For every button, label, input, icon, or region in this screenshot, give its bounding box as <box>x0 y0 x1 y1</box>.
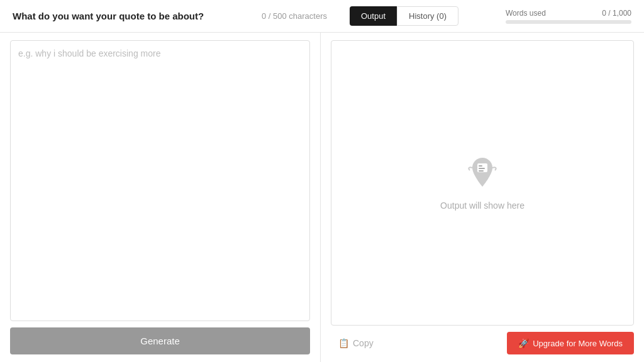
output-placeholder-icon <box>464 155 501 193</box>
generate-button[interactable]: Generate <box>10 327 310 354</box>
output-area: Output will show here <box>331 40 634 326</box>
words-label-row: Words used 0 / 1,000 <box>506 9 631 18</box>
left-header-section: What do you want your quote to be about?… <box>13 11 327 21</box>
main-content: Generate Output will show here 📋 Copy <box>0 33 644 362</box>
top-bar: What do you want your quote to be about?… <box>0 0 644 33</box>
svg-rect-1 <box>479 165 482 167</box>
copy-button[interactable]: 📋 Copy <box>331 333 381 353</box>
upgrade-label: Upgrade for More Words <box>533 339 623 348</box>
output-placeholder-text: Output will show here <box>440 200 525 211</box>
words-used-section: Words used 0 / 1,000 <box>506 9 631 24</box>
page-title: What do you want your quote to be about? <box>13 11 204 21</box>
right-panel: Output will show here 📋 Copy 🚀 Upgrade f… <box>321 33 644 362</box>
copy-icon: 📋 <box>338 338 349 348</box>
tab-group: Output History (0) <box>350 6 458 26</box>
tab-output[interactable]: Output <box>350 6 397 26</box>
right-header-section: Output History (0) Words used 0 / 1,000 <box>337 6 631 26</box>
char-count: 0 / 500 characters <box>262 11 327 21</box>
svg-rect-3 <box>479 170 484 172</box>
progress-bar-bg <box>506 20 631 24</box>
words-count-value: 0 / 1,000 <box>602 9 631 18</box>
tab-history[interactable]: History (0) <box>397 6 458 26</box>
svg-rect-2 <box>479 168 485 169</box>
left-panel: Generate <box>0 33 321 362</box>
copy-label: Copy <box>353 338 374 348</box>
words-used-label: Words used <box>506 9 546 18</box>
upgrade-button[interactable]: 🚀 Upgrade for More Words <box>507 332 634 354</box>
quote-textarea[interactable] <box>10 40 310 321</box>
bottom-row: 📋 Copy 🚀 Upgrade for More Words <box>331 332 634 354</box>
rocket-icon: 🚀 <box>518 338 529 348</box>
